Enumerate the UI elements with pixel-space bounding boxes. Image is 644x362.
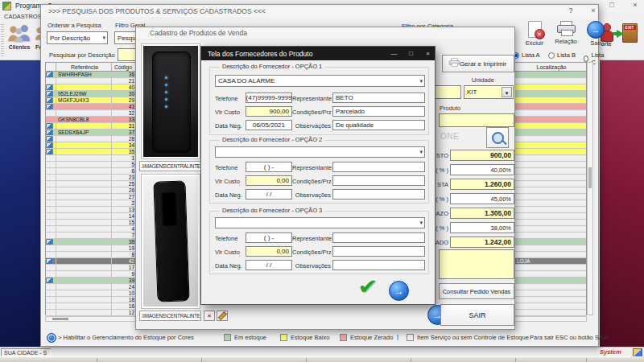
price-field[interactable]: 900,00 (450, 150, 514, 161)
vlr-custo1-input[interactable]: 900,00 (246, 106, 292, 117)
image-edit-button[interactable] (217, 311, 228, 321)
cadastro-title: Cadastro de Produtos de Venda (150, 29, 247, 37)
representante3-input[interactable] (332, 232, 425, 243)
legend-label-estoque-zerado: Estoque Zerado (350, 334, 393, 341)
image-attachment-icon (46, 239, 53, 245)
cadastro-sair-button[interactable]: SAIR (440, 304, 514, 326)
group2-header: Descrição do Fornecedor - OPÇÃO 2 (220, 136, 324, 143)
image-attachment-icon (46, 97, 53, 103)
legend-label-em-estoque: Em estoque (234, 334, 266, 341)
produto-label: Produto (440, 105, 460, 112)
representante2-input[interactable] (332, 162, 425, 172)
telefone3-input[interactable]: ( ) - (246, 232, 292, 243)
data-neg-label: Data Neg. (215, 122, 242, 130)
modal-title: Tela dos Fornecedores do Produto (208, 50, 312, 58)
modal-titlebar: Tela dos Fornecedores do Produto — □ × (201, 47, 435, 60)
produto-field[interactable] (439, 113, 514, 127)
image-attachment-icon (46, 130, 53, 135)
menu-cadastros[interactable]: CADASTROS (4, 13, 42, 20)
condicoes2-input[interactable] (332, 175, 425, 186)
ordenar-select[interactable]: Por Descrição ▾ (47, 31, 108, 44)
price-field[interactable]: 40,00% (450, 164, 514, 175)
representante-label: Representante (292, 235, 331, 242)
image-attachment-icon (46, 104, 53, 109)
printer-icon (557, 21, 575, 37)
consultar-pedido-vendas-button[interactable]: Consultar Pedido Vendas (439, 283, 514, 299)
legend-label-estoque-baixo: Estoque Baixo (291, 334, 329, 341)
price-field[interactable]: 38,00% (450, 222, 514, 233)
price-field[interactable]: 45,00% (450, 193, 514, 204)
vlr-custo3-input[interactable]: 0,00 (246, 246, 292, 257)
data-neg1-input[interactable]: 06/05/2021 (246, 120, 292, 130)
image1-path-field[interactable]: .\IMAGENS\CENTRALINTE (139, 161, 201, 171)
vlr-custo-label: Vlr Custo (215, 249, 240, 256)
legend-swatch-em-estoque (224, 334, 231, 341)
pesquisar-descricao-label: Pesquisar por Descrição (49, 51, 115, 59)
fornecedor2-select[interactable]: ▾ (215, 146, 425, 158)
printer-icon (449, 58, 459, 67)
group3-header: Descrição do Fornecedor - OPÇÃO 3 (220, 207, 324, 214)
observacoes3-input[interactable] (332, 260, 425, 270)
toolbar-button-exit[interactable]: EXIT (618, 23, 641, 43)
data-neg3-input[interactable]: / / (246, 260, 292, 270)
observacoes1-input[interactable]: De qualidade (332, 120, 425, 130)
image-attachment-icon (46, 142, 53, 148)
confirm-check-icon[interactable]: ✔ (357, 274, 378, 299)
modal-next-arrow-button[interactable]: → (389, 281, 409, 301)
representante1-input[interactable]: BETO (332, 93, 425, 103)
modal-close-button[interactable]: × (420, 47, 436, 60)
relacao-button[interactable]: Relação (551, 21, 581, 45)
clients-people-icon (6, 23, 32, 44)
observacoes2-input[interactable] (332, 189, 425, 200)
modal-maximize-button[interactable]: □ (403, 47, 419, 60)
data-neg2-input[interactable]: / / (246, 189, 292, 200)
telefone-label: Telefone (215, 95, 237, 102)
vlr-custo-label: Vlr Custo (215, 178, 240, 185)
estoque-field[interactable] (435, 85, 461, 99)
image2-path-field[interactable]: .\IMAGENS\CENTRALINTERFON (139, 311, 201, 321)
radio-lista-a[interactable]: Lista A (513, 51, 540, 59)
radio-lista-b[interactable]: Lista B (548, 51, 576, 59)
toolbar-button-clientes[interactable]: Clientes (3, 23, 35, 50)
telefone-label: Telefone (215, 164, 237, 171)
fornecedor1-select[interactable]: CASA DO ALARME ▾ (215, 75, 425, 87)
image-attachment-icon (46, 91, 53, 97)
fornecedor3-select[interactable]: ▾ (215, 217, 425, 228)
representante-label: Representante (292, 95, 331, 102)
excluir-button[interactable]: × Excluir (520, 21, 549, 47)
legend-separator: | (397, 333, 398, 340)
vlr-custo2-input[interactable]: 0,00 (246, 175, 292, 186)
image-delete-button[interactable]: × (204, 311, 215, 321)
unidade-select[interactable]: KIT ▾ (464, 85, 514, 99)
telefone2-input[interactable]: ( ) - (246, 162, 292, 172)
pencil-icon (218, 311, 227, 320)
header-codigo: Código (112, 63, 137, 71)
stock-colors-toggle-icon[interactable] (47, 333, 56, 343)
chevron-down-icon: ▾ (419, 78, 423, 84)
pesquisa-close-button[interactable]: × (587, 6, 600, 14)
main-close-button[interactable]: × (629, 1, 642, 9)
telefone1-input[interactable]: (47)99999-9999 (246, 93, 292, 103)
notes-textarea[interactable] (439, 249, 514, 279)
observacoes-label: Observações (292, 191, 331, 199)
data-neg-label: Data Neg. (215, 262, 242, 269)
main-maximize-button[interactable]: □ (605, 1, 618, 9)
gerar-imprimir-button[interactable]: Gerar e Imprimir (442, 55, 514, 72)
table-vertical-scrollbar[interactable] (587, 62, 593, 315)
sair-toolbar-button[interactable]: → Sair (582, 21, 609, 47)
statusbar-system-label: System (600, 348, 621, 356)
condicoes1-input[interactable]: Parcelado (332, 106, 425, 117)
condicoes3-input[interactable] (332, 246, 425, 257)
price-field[interactable]: 1.260,00 (450, 179, 514, 190)
alarm-central-device-image (152, 51, 191, 153)
price-field[interactable]: 1.242,00 (450, 237, 514, 248)
chevron-down-icon[interactable]: ▾ (502, 87, 512, 97)
exit-hint: Para sair ESC ou botão SAIR (530, 334, 609, 341)
pesquisa-help-button[interactable]: ? (564, 6, 577, 14)
image-attachment-icon (46, 149, 53, 154)
observacoes-label: Observações (292, 262, 331, 269)
modal-minimize-button[interactable]: — (386, 47, 402, 60)
price-field[interactable]: 1.305,00 (450, 208, 514, 219)
product-search-button[interactable] (486, 127, 509, 148)
fornecedor-group-2: Descrição do Fornecedor - OPÇÃO 2 ▾ Tele… (209, 140, 429, 204)
